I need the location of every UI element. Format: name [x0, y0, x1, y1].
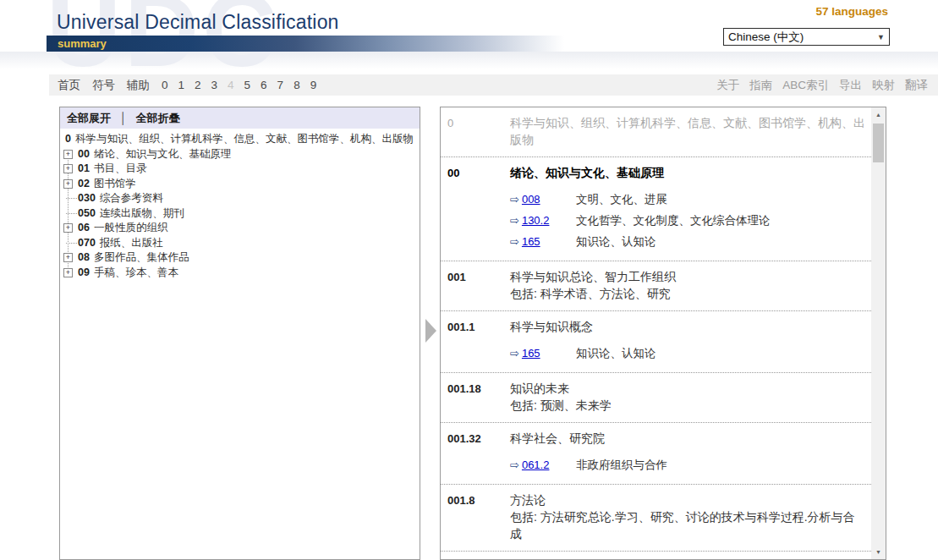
nav-item-class-5[interactable]: 5 — [244, 79, 251, 91]
nav-item-class-0[interactable]: 0 — [162, 79, 168, 91]
tree-expand-icon[interactable]: + — [63, 179, 73, 189]
entry-body: 科学与知识概念⇨165知识论、认知论 — [510, 318, 866, 364]
nav-item-auxiliary[interactable]: 辅助 — [127, 78, 150, 93]
entry-body: 科学与知识、组织、计算机科学、信息、文献、图书馆学、机构、出版物 — [510, 114, 866, 148]
reference-link[interactable]: 165 — [522, 235, 540, 248]
entry-code: 001.8 — [447, 491, 510, 542]
languages-link[interactable]: 57 languages — [815, 5, 888, 18]
reference-link[interactable]: 008 — [522, 193, 540, 206]
nav-item-class-1[interactable]: 1 — [178, 79, 185, 91]
entry-row-00: 00绪论、知识与文化、基础原理⇨008文明、文化、进展⇨130.2文化哲学、文化… — [441, 157, 871, 261]
tree-item-0[interactable]: 0科学与知识、组织、计算机科学、信息、文献、图书馆学、机构、出版物 — [63, 132, 414, 147]
tree-item-label: 连续出版物、期刊 — [100, 207, 184, 219]
scrollbar[interactable]: ▲ ▼ — [871, 107, 886, 559]
reference-label: 文明、文化、进展 — [576, 191, 667, 208]
tree-item-00[interactable]: +00绪论、知识与文化、基础原理 — [63, 147, 414, 162]
tree-expand-icon[interactable]: + — [63, 150, 73, 159]
entry-row-001: 001科学与知识总论、智力工作组织包括: 科学术语、方法论、研究 — [441, 261, 871, 311]
entry-row-001.8: 001.8方法论包括: 方法研究总论.学习、研究、讨论的技术与科学过程.分析与合… — [441, 485, 871, 552]
entry-links: ⇨061.2非政府组织与合作 — [510, 454, 866, 475]
summary-tab: summary — [47, 36, 564, 52]
tree-item-code: 050 — [78, 207, 96, 219]
header: UDC Universal Decimal Classification sum… — [0, 0, 938, 74]
entry-body: 知识的未来包括: 预测、未来学 — [510, 380, 866, 414]
nav-item-class-7[interactable]: 7 — [277, 79, 284, 91]
reference-link[interactable]: 130.2 — [522, 214, 550, 227]
tree-item-code: 0 — [65, 133, 71, 145]
tree-icon-col — [63, 236, 78, 251]
tree-icon-col: + — [63, 221, 78, 236]
tree-item-06[interactable]: +06一般性质的组织 — [63, 221, 414, 236]
nav-item-about[interactable]: 关于 — [716, 78, 739, 93]
tree-item-label: 手稿、珍本、善本 — [94, 266, 178, 278]
reference: ⇨130.2 — [510, 211, 576, 229]
tree-item-text: 070报纸、出版社 — [78, 236, 163, 251]
nav-item-class-4: 4 — [228, 79, 234, 91]
tree-item-030[interactable]: 030综合参考资料 — [63, 191, 414, 206]
detail-panel: 0科学与知识、组织、计算机科学、信息、文献、图书馆学、机构、出版物00绪论、知识… — [440, 107, 886, 560]
tree-item-label: 一般性质的组织 — [94, 222, 168, 233]
collapse-all-link[interactable]: 全部折叠 — [135, 112, 179, 124]
nav-item-class-2[interactable]: 2 — [195, 79, 201, 91]
nav-item-mapping[interactable]: 映射 — [872, 78, 895, 93]
entry-links: ⇨008文明、文化、进展⇨130.2文化哲学、文化制度、文化综合体理论⇨165知… — [510, 189, 866, 252]
scroll-thumb[interactable] — [873, 124, 884, 162]
tree-item-070[interactable]: 070报纸、出版社 — [63, 236, 414, 251]
nav-item-class-9[interactable]: 9 — [310, 79, 317, 91]
tree-item-09[interactable]: +09手稿、珍本、善本 — [63, 266, 414, 281]
entry-code: 001.32 — [447, 430, 510, 475]
tree-item-08[interactable]: +08多图作品、集体作品 — [63, 250, 414, 266]
scroll-up-arrow-icon[interactable]: ▲ — [871, 108, 886, 121]
tree-item-code: 09 — [78, 266, 90, 278]
entry-code: 001.18 — [447, 380, 510, 414]
tree-item-01[interactable]: +01书目、目录 — [63, 162, 414, 177]
nav-item-translation[interactable]: 翻译 — [905, 78, 928, 93]
nav-item-export[interactable]: 导出 — [839, 78, 862, 93]
reference-label: 文化哲学、文化制度、文化综合体理论 — [576, 212, 771, 229]
reference-arrow-icon: ⇨ — [510, 214, 519, 227]
tree-expand-icon[interactable]: + — [63, 164, 73, 173]
tree-item-050[interactable]: 050连续出版物、期刊 — [63, 206, 414, 222]
nav-item-class-8[interactable]: 8 — [293, 79, 300, 91]
tree-expand-icon[interactable]: + — [63, 223, 73, 233]
entry-body: 科学与知识总论、智力工作组织包括: 科学术语、方法论、研究 — [510, 268, 866, 302]
language-select[interactable]: Chinese (中文) ▼ — [723, 28, 890, 46]
tree-expand-icon[interactable]: + — [63, 268, 73, 277]
reference: ⇨165 — [510, 344, 576, 362]
tree-icon-col — [63, 191, 78, 206]
scroll-down-arrow-icon[interactable]: ▼ — [871, 546, 886, 558]
nav-item-abc-index[interactable]: ABC索引 — [782, 78, 829, 93]
tree-item-text: 00绪论、知识与文化、基础原理 — [78, 147, 231, 162]
tree-item-02[interactable]: +02图书馆学 — [63, 177, 414, 192]
main-nav: 首页符号辅助0123456789 关于指南ABC索引导出映射翻译 — [49, 74, 938, 96]
tree-item-label: 综合参考资料 — [100, 192, 163, 204]
reference: ⇨008 — [510, 190, 576, 208]
dropdown-caret-icon: ▼ — [877, 33, 885, 41]
tree-item-code: 070 — [78, 237, 96, 249]
entry-body: 科学社会、研究院⇨061.2非政府组织与合作 — [510, 430, 866, 475]
nav-item-guide[interactable]: 指南 — [749, 78, 772, 93]
nav-item-symbols[interactable]: 符号 — [92, 78, 115, 93]
nav-item-class-3[interactable]: 3 — [211, 79, 218, 91]
reference-link[interactable]: 061.2 — [522, 458, 550, 471]
tree-item-code: 08 — [78, 251, 90, 263]
tree-item-text: 0科学与知识、组织、计算机科学、信息、文献、图书馆学、机构、出版物 — [65, 132, 414, 147]
page: UDC Universal Decimal Classification sum… — [0, 0, 938, 560]
collapse-panel-arrow-icon[interactable] — [425, 319, 436, 343]
expand-all-link[interactable]: 全部展开 — [67, 112, 111, 124]
entry-row-001.1: 001.1科学与知识概念⇨165知识论、认知论 — [441, 311, 871, 373]
reference-arrow-icon: ⇨ — [510, 235, 519, 248]
nav-item-class-6[interactable]: 6 — [261, 79, 267, 91]
entry-title: 科学与知识总论、智力工作组织 — [510, 268, 866, 285]
tree-expand-icon[interactable]: + — [63, 253, 73, 262]
tree-item-code: 06 — [78, 222, 90, 233]
entry-body: 绪论、知识与文化、基础原理⇨008文明、文化、进展⇨130.2文化哲学、文化制度… — [510, 164, 866, 252]
entry-code: 001.1 — [447, 318, 510, 364]
tree-item-text: 09手稿、珍本、善本 — [78, 266, 178, 281]
nav-item-home[interactable]: 首页 — [58, 78, 80, 93]
tree-item-label: 科学与知识、组织、计算机科学、信息、文献、图书馆学、机构、出版物 — [75, 133, 414, 145]
reference-link[interactable]: 165 — [522, 347, 540, 360]
reference-label: 知识论、认知论 — [576, 345, 656, 362]
tree-item-text: 02图书馆学 — [78, 177, 136, 192]
tree-item-code: 02 — [78, 178, 90, 189]
